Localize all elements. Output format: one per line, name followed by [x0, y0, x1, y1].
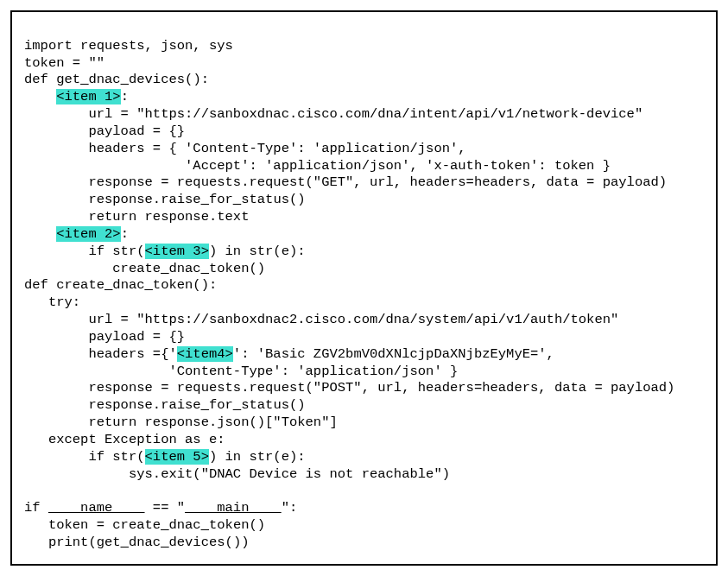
code-line: return response.json()["Token"] — [24, 415, 338, 430]
code-line: url = "https://sanboxdnac.cisco.com/dna/… — [24, 106, 643, 122]
code-line: def get_dnac_devices(): — [24, 72, 209, 87]
code-line: url = "https://sanboxdnac2.cisco.com/dna… — [24, 312, 618, 327]
placeholder-item1: <item 1> — [56, 89, 120, 104]
code-line: except Exception as e: — [24, 432, 225, 447]
code-line: <item 2>: — [24, 226, 129, 242]
code-line: 'Accept': 'application/json', 'x-auth-to… — [24, 158, 611, 174]
code-line: import requests, json, sys — [24, 38, 233, 54]
code-line: sys.exit("DNAC Device is not reachable") — [24, 466, 450, 482]
code-line: headers = { 'Content-Type': 'application… — [24, 141, 466, 156]
code-line: if name == " main ": — [24, 500, 297, 516]
code-line: if str(<item 5>) in str(e): — [24, 449, 306, 465]
code-line: 'Content-Type': 'application/json' } — [24, 364, 458, 379]
code-line: def create_dnac_token(): — [24, 277, 217, 293]
placeholder-item2: <item 2> — [56, 226, 120, 242]
code-line: payload = {} — [24, 329, 185, 345]
placeholder-item3: <item 3> — [145, 244, 209, 259]
placeholder-item5: <item 5> — [145, 449, 209, 465]
code-line: response.raise_for_status() — [24, 192, 306, 207]
code-line: return response.text — [24, 209, 249, 225]
code-line: <item 1>: — [24, 89, 129, 104]
code-line: print(get_dnac_devices()) — [24, 535, 249, 550]
code-line: payload = {} — [24, 123, 185, 139]
code-line: headers ={'<item4>': 'Basic ZGV2bmV0dXNl… — [24, 346, 554, 362]
code-line: response = requests.request("POST", url,… — [24, 380, 674, 396]
code-line: response = requests.request("GET", url, … — [24, 174, 667, 190]
code-line: token = "" — [24, 55, 104, 71]
code-line: if str(<item 3>) in str(e): — [24, 244, 306, 259]
code-line: create_dnac_token() — [24, 261, 265, 276]
code-line: response.raise_for_status() — [24, 397, 306, 413]
placeholder-item4: <item4> — [177, 346, 233, 362]
code-line: try: — [24, 294, 80, 310]
code-line: token = create_dnac_token() — [24, 517, 265, 533]
code-block: import requests, json, sys token = "" de… — [10, 10, 718, 566]
page-container: import requests, json, sys token = "" de… — [0, 0, 728, 576]
